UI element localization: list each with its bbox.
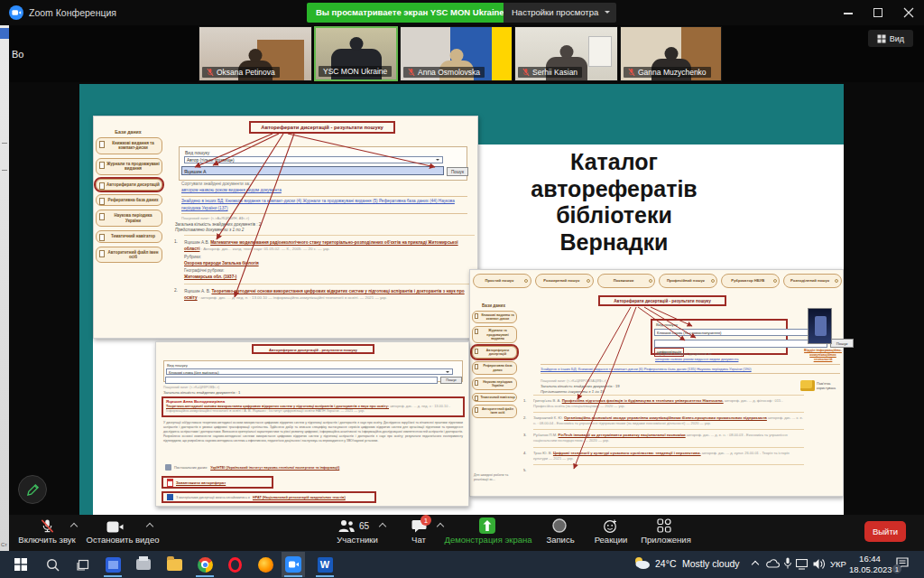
- weather-icon: [633, 555, 651, 570]
- supplier-label: Постачальник даних:: [174, 466, 208, 470]
- nrat-link: НРАТ (Національний репозитарій академічн…: [253, 496, 346, 499]
- mic-tray-icon[interactable]: [783, 557, 792, 570]
- data-supplier-row: Постачальник даних: УкрІНТЕІ (Українськи…: [165, 464, 339, 471]
- muted-mic-icon: [522, 68, 530, 77]
- supplier-link: УкрІНТЕІ (Український інститут науково-т…: [210, 466, 339, 470]
- zoom-taskbar-icon[interactable]: [282, 552, 305, 577]
- opera-ring: [228, 557, 242, 573]
- record-button[interactable]: [552, 518, 567, 536]
- pdf-icon: [167, 479, 173, 487]
- participant-video[interactable]: Anna Osmolovska: [400, 26, 513, 81]
- opera-icon[interactable]: [223, 552, 246, 577]
- minimize-button[interactable]: [835, 0, 862, 25]
- participant-name-label: Serhii Kasian: [518, 67, 582, 78]
- search-input: [165, 377, 438, 384]
- firefox-icon[interactable]: [254, 552, 277, 577]
- participant-name-label: Oksana Petinova: [202, 67, 280, 78]
- smiley-icon: [603, 518, 618, 534]
- search-icon: [46, 558, 60, 572]
- highlighted-result: Яцишин Анна Володимирівна Теоретико-мето…: [162, 396, 465, 417]
- windows-logo-icon: [14, 558, 27, 571]
- participants-label: Участники: [318, 535, 397, 545]
- participant-video[interactable]: Serhii Kasian: [514, 26, 618, 81]
- mic-options-chevron[interactable]: [70, 523, 78, 530]
- chat-badge: 1: [420, 515, 431, 526]
- participant-video-active-speaker[interactable]: YSC MON Ukraine: [314, 26, 398, 81]
- apps-icon: [657, 518, 671, 533]
- catalog-screenshot-1: Автореферати дисертацій - результати пош…: [93, 116, 478, 339]
- maximize-button[interactable]: [864, 0, 892, 25]
- task-view-icon: [77, 558, 90, 571]
- participant-name-label: Ganna Muzychenko: [624, 67, 711, 78]
- participant-name-label: YSC MON Ukraine: [319, 66, 392, 77]
- weather-description[interactable]: Mostly cloudy: [682, 558, 740, 569]
- shared-screen-area: Каталог авторефератів бібліотеки Вернадк…: [0, 82, 924, 515]
- chrome-icon[interactable]: [193, 552, 217, 577]
- zoom-camera-glyph: [289, 561, 299, 568]
- annotation-arrows: [94, 117, 479, 340]
- leave-button[interactable]: Выйти: [864, 521, 906, 542]
- video-background: [588, 36, 612, 67]
- word-icon[interactable]: W: [313, 552, 337, 577]
- stop-video-label: Остановить видео: [76, 535, 170, 545]
- shared-slide: Каталог авторефератів бібліотеки Вернадк…: [79, 84, 844, 516]
- tray-overflow-chevron[interactable]: [752, 561, 759, 568]
- speaker-tray-icon[interactable]: [813, 558, 826, 570]
- page-title: Автореферати дисертацій - результати пош…: [252, 344, 374, 354]
- close-button[interactable]: [895, 0, 922, 25]
- download-box: Завантажити автореферат: [162, 476, 273, 489]
- reactions-label: Реакции: [583, 535, 639, 545]
- search-type-select: Ключові слова (без закінчень): [166, 368, 453, 375]
- participants-icon: [337, 519, 356, 533]
- view-settings-dropdown[interactable]: Настройки просмотра: [504, 3, 616, 23]
- participants-chevron[interactable]: [379, 523, 386, 530]
- view-button[interactable]: Вид: [868, 30, 913, 47]
- file-explorer-icon[interactable]: [162, 552, 186, 577]
- catalog-screenshot-3: Автореферати дисертацій - результати пош…: [155, 341, 469, 507]
- query-info: Пошуковий запит: (<.>K=ЦИФРОВ$<.>): [163, 386, 219, 389]
- tray-time: 16:44: [849, 554, 891, 564]
- network-tray-icon[interactable]: [796, 559, 810, 570]
- onedrive-tray-icon[interactable]: [766, 558, 780, 569]
- taskbar-media-app-icon[interactable]: [101, 552, 125, 577]
- video-options-chevron[interactable]: [146, 523, 153, 530]
- share-arrow-icon: [483, 520, 492, 531]
- search-button: Пошук: [440, 377, 462, 384]
- windows-taskbar: W 24°C Mostly cloudy УКР 16:44 18.05.202…: [0, 551, 924, 578]
- participant-video[interactable]: Ganna Muzychenko: [620, 26, 722, 81]
- tray-date: 18.05.2023: [849, 564, 891, 575]
- search-button[interactable]: [41, 552, 64, 577]
- task-view-button[interactable]: [71, 552, 95, 577]
- apps-button[interactable]: [657, 518, 671, 536]
- window-title: Zoom Конференция: [29, 7, 116, 18]
- truncated-panel-text: Во: [12, 49, 23, 60]
- chat-chevron[interactable]: [437, 523, 444, 530]
- catalog-screenshot-2: Простий пошукРозширений пошукПокажчикиПр…: [469, 269, 844, 497]
- total-found: Загальна кількість знайдених документів …: [163, 390, 240, 395]
- muted-mic-icon: [628, 68, 635, 77]
- nrat-box: З матеріалами дисертації можна ознайомит…: [162, 491, 376, 503]
- mic-muted-icon: [40, 518, 55, 534]
- supplier-icon: [165, 464, 171, 471]
- apps-label: Приложения: [632, 535, 700, 545]
- weather-temperature[interactable]: 24°C: [655, 558, 676, 569]
- share-screen-button[interactable]: [479, 517, 495, 534]
- language-indicator[interactable]: УКР: [830, 559, 846, 569]
- annotate-button[interactable]: [18, 475, 47, 504]
- notification-badge: 1: [892, 564, 901, 573]
- start-button[interactable]: [9, 552, 32, 577]
- abstract-text: У дисертації обґрунтовано теоретико-мето…: [163, 421, 463, 444]
- clock[interactable]: 16:44 18.05.2023: [849, 554, 891, 576]
- zoom-toolbar: Включить звук Остановить видео 65 Участн…: [0, 515, 924, 551]
- participant-video[interactable]: Oksana Petinova: [199, 26, 312, 81]
- muted-mic-icon: [207, 68, 214, 77]
- grid-view-icon: [877, 34, 886, 43]
- zoom-app-icon: [9, 5, 23, 20]
- share-screen-label: Демонстрация экрана: [439, 535, 538, 545]
- download-link: Завантажити автореферат: [176, 480, 226, 485]
- taskbar-fax-app-icon[interactable]: [132, 552, 155, 577]
- slide-headline: Каталог авторефератів бібліотеки Вернадк…: [490, 149, 738, 256]
- search-type-label: Вид пошуку: [167, 363, 188, 368]
- record-icon: [552, 518, 567, 533]
- sliver-text: Ст: [1, 542, 7, 547]
